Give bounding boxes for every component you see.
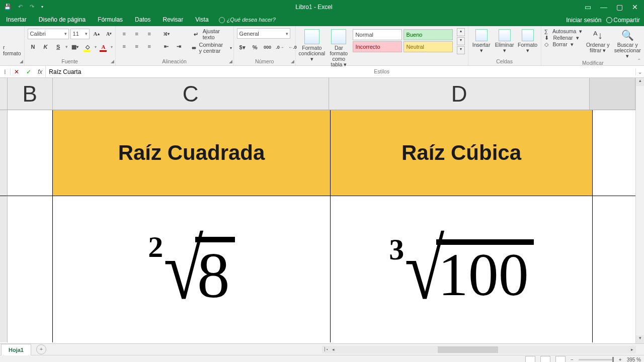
increase-font-size-button[interactable]: A▴	[91, 28, 102, 39]
cells-format-button[interactable]: Formato▾	[518, 28, 538, 53]
tab-insert[interactable]: Insertar	[0, 14, 33, 26]
cell-styles-scroll-down-icon[interactable]: ▾	[457, 37, 465, 45]
normal-view-icon[interactable]	[525, 356, 535, 362]
zoom-out-button[interactable]: −	[571, 357, 574, 362]
column-header-d[interactable]: D	[329, 78, 590, 110]
cell-b1[interactable]	[8, 110, 53, 196]
column-header-b[interactable]: B	[8, 78, 53, 110]
cell-grid[interactable]: B C D Raíz Cuadrada Raíz Cúbica 2 √8 3	[0, 78, 635, 343]
maximize-icon[interactable]: ▢	[616, 3, 623, 11]
cell-d1[interactable]: Raíz Cúbica	[331, 110, 593, 196]
cell-styles-more-icon[interactable]: ▾	[457, 46, 465, 54]
font-launcher-icon[interactable]: ◢	[111, 59, 114, 64]
format-painter-button[interactable]: r formato	[3, 44, 21, 56]
collapse-ribbon-icon[interactable]: ⌃	[637, 58, 641, 63]
zoom-slider[interactable]	[579, 359, 614, 360]
scroll-left-icon[interactable]: ◂	[330, 346, 337, 353]
wrap-text-button[interactable]: ↵Ajustar texto	[191, 28, 232, 40]
tab-formulas[interactable]: Fórmulas	[92, 14, 129, 26]
hscroll-track[interactable]	[337, 346, 628, 353]
cells-insert-button[interactable]: Insertar▾	[471, 28, 492, 53]
alignment-launcher-icon[interactable]: ◢	[229, 59, 232, 64]
horizontal-scrollbar[interactable]: ⏐◂ ◂ ▸	[322, 346, 636, 353]
scroll-down-icon[interactable]: ▾	[636, 335, 644, 343]
find-select-button[interactable]: 🔍Buscar y seleccionar ▾	[613, 28, 641, 59]
align-right-button[interactable]: ≡	[144, 41, 155, 52]
comma-format-button[interactable]: 000	[262, 42, 273, 53]
expand-formula-bar-icon[interactable]: ⌄	[635, 68, 644, 75]
undo-icon[interactable]: ↶	[18, 4, 23, 10]
bold-button[interactable]: N	[28, 41, 39, 52]
align-bottom-button[interactable]: ≡	[144, 28, 155, 39]
merge-center-button[interactable]: ⬌Combinar y centrar▾	[191, 42, 232, 54]
number-format-dropdown[interactable]: General	[237, 28, 290, 39]
sign-in-link[interactable]: Iniciar sesión	[566, 17, 601, 24]
name-box-dropdown-icon[interactable]: ⁞	[0, 68, 11, 75]
align-center-button[interactable]: ≡	[131, 41, 142, 52]
format-as-table-button[interactable]: Dar formato como tabla ▾	[328, 28, 349, 67]
conditional-formatting-button[interactable]: Formato condicional ▾	[299, 28, 326, 62]
number-launcher-icon[interactable]: ◢	[291, 59, 294, 64]
close-icon[interactable]: ✕	[632, 3, 638, 11]
column-header-next[interactable]	[590, 78, 635, 110]
decrease-font-size-button[interactable]: A▾	[104, 28, 115, 39]
zoom-level[interactable]: 395 %	[627, 357, 641, 362]
scroll-right-icon[interactable]: ▸	[628, 346, 636, 353]
new-sheet-button[interactable]: +	[36, 344, 46, 354]
cell-d2[interactable]: 3 √100	[331, 196, 593, 342]
cell-c1[interactable]: Raíz Cuadrada	[53, 110, 331, 196]
cell-style-bad[interactable]: Incorrecto	[353, 41, 402, 52]
align-top-button[interactable]: ≡	[119, 28, 130, 39]
zoom-in-button[interactable]: +	[619, 357, 622, 362]
font-name-dropdown[interactable]: Calibri	[28, 29, 69, 39]
fill-color-button[interactable]: ◇	[82, 41, 93, 52]
cell-styles-scroll-up-icon[interactable]: ▴	[457, 28, 465, 36]
align-middle-button[interactable]: ≡	[131, 28, 142, 39]
page-break-view-icon[interactable]	[555, 356, 566, 362]
vertical-scrollbar[interactable]: ▴ ▾	[635, 78, 644, 343]
accounting-format-button[interactable]: $▾	[237, 42, 248, 53]
decrease-indent-button[interactable]: ⇤	[161, 41, 172, 52]
underline-button[interactable]: S	[53, 41, 64, 52]
fill-button[interactable]: ⬇ Rellenar ▾	[544, 35, 583, 41]
row-header-1[interactable]	[0, 110, 8, 196]
italic-button[interactable]: K	[40, 41, 51, 52]
increase-indent-button[interactable]: ⇥	[174, 41, 185, 52]
cell-style-good[interactable]: Bueno	[404, 29, 453, 40]
sheet-tab-hoja1[interactable]: Hoja1	[1, 344, 31, 355]
font-color-button[interactable]: A	[98, 41, 109, 52]
tab-page-layout[interactable]: Diseño de página	[33, 14, 92, 26]
row-header-2[interactable]	[0, 196, 8, 342]
clear-button[interactable]: ◇ Borrar ▾	[544, 41, 583, 47]
cells-delete-button[interactable]: Eliminar▾	[495, 28, 515, 53]
scroll-first-icon[interactable]: ⏐◂	[322, 346, 330, 353]
tab-data[interactable]: Datos	[129, 14, 156, 26]
cell-style-normal[interactable]: Normal	[353, 29, 402, 40]
cell-style-neutral[interactable]: Neutral	[404, 41, 453, 52]
page-layout-view-icon[interactable]	[540, 356, 550, 362]
cancel-formula-icon[interactable]: ✕	[11, 68, 23, 75]
orientation-button[interactable]: ⤮▾	[161, 28, 172, 39]
share-button[interactable]: Compartir	[606, 17, 640, 24]
tab-view[interactable]: Vista	[189, 14, 214, 26]
qat-customize-icon[interactable]: ▾	[41, 5, 43, 9]
scroll-up-icon[interactable]: ▴	[636, 78, 644, 86]
redo-icon[interactable]: ↷	[30, 4, 34, 10]
increase-decimal-button[interactable]: .0→	[275, 42, 286, 53]
font-size-dropdown[interactable]: 11	[70, 29, 90, 39]
hscroll-thumb[interactable]	[438, 346, 498, 353]
autosum-button[interactable]: ∑ Autosuma ▾	[544, 28, 583, 34]
tell-me-search[interactable]: ¿Qué desea hacer?	[219, 17, 276, 23]
sort-filter-button[interactable]: ᴬ↓Ordenar y filtrar ▾	[585, 28, 610, 53]
insert-function-icon[interactable]: fx	[38, 68, 42, 75]
ribbon-display-options-icon[interactable]: ▭	[585, 3, 591, 11]
enter-formula-icon[interactable]: ✓	[23, 68, 35, 75]
cell-b2[interactable]	[8, 196, 53, 342]
minimize-icon[interactable]: —	[600, 3, 607, 11]
align-left-button[interactable]: ≡	[119, 41, 130, 52]
column-header-c[interactable]: C	[53, 78, 329, 110]
tab-review[interactable]: Revisar	[156, 14, 189, 26]
clipboard-launcher-icon[interactable]: ◢	[20, 59, 23, 64]
borders-button[interactable]: ▦▾	[69, 41, 80, 52]
cell-c2[interactable]: 2 √8	[53, 196, 331, 342]
